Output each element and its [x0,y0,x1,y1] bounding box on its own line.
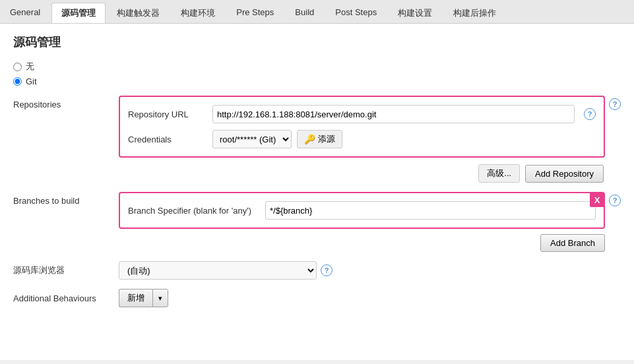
repositories-help-icon[interactable]: ? [609,98,621,110]
add-caret-button[interactable]: ▾ [152,289,168,307]
credentials-row: Credentials root/****** (Git) 🔑 添源 [128,130,596,148]
radio-item-none: 无 [13,61,621,73]
radio-item-git: Git [13,76,621,86]
credentials-select[interactable]: root/****** (Git) [212,130,292,148]
repo-url-label: Repository URL [128,109,207,119]
tab-general[interactable]: General [0,3,50,23]
key-icon: 🔑 [304,134,315,144]
tab-bar: General 源码管理 构建触发器 构建环境 Pre Steps Build … [0,0,634,24]
tab-pre-steps[interactable]: Pre Steps [226,3,284,23]
add-repository-button[interactable]: Add Repository [525,165,604,183]
add-credentials-label: 添源 [318,133,335,145]
radio-git-label: Git [26,76,37,86]
source-browser-select[interactable]: (自动) [119,261,317,280]
add-dropdown-wrapper: 新增 ▾ [119,289,168,307]
branches-help-icon[interactable]: ? [609,195,621,206]
repositories-section: Repositories Repository URL ? Credential… [13,96,621,183]
additional-label: Additional Behaviours [13,293,119,303]
tab-build-env[interactable]: 构建环境 [171,3,225,23]
main-content: 源码管理 无 Git Repositories Repository URL ? [0,24,634,360]
radio-git[interactable] [13,77,22,86]
source-browser-help-icon[interactable]: ? [321,264,333,276]
tab-build-settings[interactable]: 构建设置 [388,3,442,23]
source-browser-label: 源码库浏览器 [13,264,119,276]
radio-group: 无 Git [13,61,621,86]
repositories-help-container: ? [605,96,621,110]
credentials-label: Credentials [128,135,207,144]
add-main-button[interactable]: 新增 [119,289,152,307]
tab-post-steps[interactable]: Post Steps [325,3,387,23]
page-title: 源码管理 [13,34,621,50]
branches-content: X Branch Specifier (blank for 'any') Add… [119,192,605,252]
tab-source-management[interactable]: 源码管理 [51,3,106,23]
additional-behaviours-section: Additional Behaviours 新增 ▾ [13,289,621,307]
source-browser-section: 源码库浏览器 (自动) ? [13,261,621,280]
caret-icon: ▾ [158,294,162,303]
radio-none-label: 无 [26,61,34,73]
add-branch-button[interactable]: Add Branch [540,234,605,252]
tab-post-build[interactable]: 构建后操作 [443,3,506,23]
delete-branch-button[interactable]: X [590,193,604,207]
tab-build-triggers[interactable]: 构建触发器 [107,3,170,23]
repo-url-input[interactable] [212,105,575,123]
branch-specifier-row: Branch Specifier (blank for 'any') [128,201,596,220]
tab-build[interactable]: Build [285,3,324,23]
branches-box: X Branch Specifier (blank for 'any') [119,192,605,229]
repo-btn-row: 高级... Add Repository [119,164,605,183]
branch-specifier-label: Branch Specifier (blank for 'any') [128,206,260,216]
branches-section: Branches to build X Branch Specifier (bl… [13,192,621,252]
add-credentials-button[interactable]: 🔑 添源 [297,130,342,148]
repo-url-help-icon[interactable]: ? [584,108,596,120]
repositories-content: Repository URL ? Credentials root/******… [119,96,605,183]
branches-label: Branches to build [13,192,119,252]
branch-specifier-input[interactable] [265,201,596,220]
repositories-label: Repositories [13,96,119,183]
radio-none[interactable] [13,63,22,71]
repo-url-row: Repository URL ? [128,105,596,123]
branches-help-container: ? [605,192,621,206]
advanced-button[interactable]: 高级... [478,164,520,183]
repo-box: Repository URL ? Credentials root/******… [119,96,605,158]
